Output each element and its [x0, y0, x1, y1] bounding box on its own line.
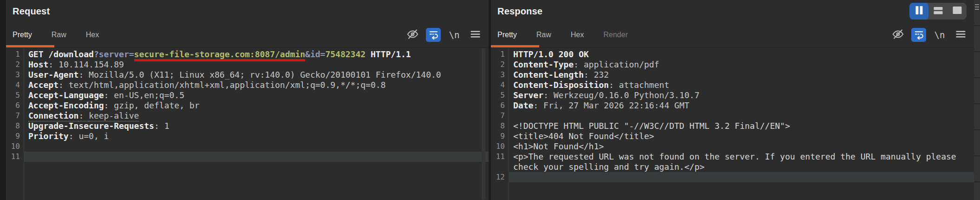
code-row[interactable]: 11	[6, 152, 489, 162]
layout-split-columns-button[interactable]	[909, 3, 928, 20]
hamburger-menu-icon	[955, 28, 967, 42]
code-segment: gzip, deflate, br	[114, 100, 199, 110]
code-line: <h1>Not Found</h1>	[509, 141, 974, 152]
eye-slash-icon	[892, 28, 904, 42]
code-line: <title>404 Not Found</title>	[509, 131, 974, 141]
response-title: Response	[497, 6, 542, 17]
line-number: 5	[6, 90, 24, 100]
code-segment: :	[69, 131, 79, 141]
tab-hex[interactable]: Hex	[571, 31, 584, 39]
code-row[interactable]: 8<!DOCTYPE HTML PUBLIC "-//W3C//DTD HTML…	[491, 121, 974, 131]
code-segment: :	[78, 70, 89, 80]
code-line: HTTP/1.0 200 OK	[509, 49, 974, 60]
code-segment: :	[574, 60, 584, 69]
code-segment: Content-Disposition	[513, 80, 609, 90]
line-number: 9	[6, 131, 24, 141]
code-row[interactable]: 1HTTP/1.0 200 OK	[491, 49, 974, 60]
code-row[interactable]: 8Upgrade-Insecure-Requests: 1	[6, 121, 489, 131]
code-segment: :	[533, 100, 543, 110]
word-wrap-icon	[428, 29, 439, 41]
inspector-collapsed-bar[interactable]	[974, 0, 980, 200]
code-row[interactable]: 1GET /download?server=secure-file-storag…	[6, 49, 489, 60]
code-row[interactable]: 7Connection: keep-alive	[6, 111, 489, 121]
code-row[interactable]: 10	[6, 141, 489, 152]
code-row[interactable]: check your spelling and try again.</p>	[491, 162, 974, 172]
code-row[interactable]: 3Content-Length: 232	[491, 70, 974, 80]
code-segment: Content-Type	[513, 60, 574, 69]
code-row[interactable]: 5Server: Werkzeug/0.16.0 Python/3.10.7	[491, 90, 974, 100]
code-line: Server: Werkzeug/0.16.0 Python/3.10.7	[509, 90, 974, 100]
tab-render[interactable]: Render	[603, 31, 627, 39]
code-line: Accept-Encoding: gzip, deflate, br	[24, 100, 489, 111]
code-segment: 232	[594, 70, 609, 80]
code-row[interactable]: 10<h1>Not Found</h1>	[491, 141, 974, 152]
code-row[interactable]: 6Accept-Encoding: gzip, deflate, br	[6, 100, 489, 111]
http-message-viewer: Request PrettyRawHex	[0, 0, 980, 200]
code-row[interactable]: 9Priority: u=0, i	[6, 131, 489, 141]
code-row[interactable]: 7	[491, 111, 974, 121]
word-wrap-toggle[interactable]	[426, 28, 441, 42]
hide-matches-button[interactable]	[405, 28, 420, 42]
code-segment: :	[59, 80, 69, 90]
hamburger-menu-icon	[470, 28, 481, 42]
request-scrollbar[interactable]	[482, 48, 485, 200]
code-row[interactable]: 4Accept: text/html,application/xhtml+xml…	[6, 80, 489, 90]
code-segment: 75482342	[325, 49, 366, 59]
code-segment: :	[609, 80, 619, 90]
response-editor[interactable]: 1HTTP/1.0 200 OK2Content-Type: applicati…	[491, 47, 974, 200]
code-segment: :	[154, 121, 164, 131]
request-panel: Request PrettyRawHex	[6, 0, 489, 200]
code-line: Content-Type: application/pdf	[509, 60, 974, 70]
editor-menu-button[interactable]	[953, 28, 968, 42]
tab-hex[interactable]: Hex	[86, 31, 99, 39]
newline-toggle[interactable]: \n	[932, 28, 947, 42]
code-segment: :	[584, 70, 594, 80]
tab-raw[interactable]: Raw	[52, 31, 66, 39]
line-number: 6	[491, 100, 509, 111]
code-line	[24, 141, 489, 152]
request-tabs: PrettyRawHex	[13, 31, 118, 39]
code-segment: <title>404 Not Found</title>	[513, 131, 654, 141]
layout-single-pane-button[interactable]	[947, 3, 967, 20]
line-number: 8	[6, 121, 24, 131]
editor-menu-button[interactable]	[468, 28, 483, 42]
code-row[interactable]: 3User-Agent: Mozilla/5.0 (X11; Linux x86…	[6, 70, 489, 80]
code-segment: :	[78, 111, 89, 121]
code-line: Upgrade-Insecure-Requests: 1	[24, 121, 489, 131]
code-row[interactable]: 9<title>404 Not Found</title>	[491, 131, 974, 141]
word-wrap-icon	[914, 29, 924, 41]
layout-split-rows-button[interactable]	[928, 3, 947, 20]
code-line: Priority: u=0, i	[24, 131, 489, 141]
code-line: <p>The requested URL was not found on th…	[509, 152, 974, 162]
tab-pretty[interactable]: Pretty	[497, 31, 517, 39]
hide-matches-button[interactable]	[890, 28, 905, 42]
code-row[interactable]: 5Accept-Language: en-US,en;q=0.5	[6, 90, 489, 100]
newline-toggle[interactable]: \n	[447, 28, 462, 42]
code-line: Connection: keep-alive	[24, 111, 489, 121]
word-wrap-toggle[interactable]	[911, 28, 926, 42]
inspector-grip-icon	[975, 4, 979, 11]
code-row[interactable]: 12	[491, 172, 974, 182]
code-segment: Accept	[28, 80, 59, 90]
request-tabbar: PrettyRawHex	[6, 22, 489, 47]
code-segment: Upgrade-Insecure-Requests	[28, 121, 154, 131]
code-line	[509, 111, 974, 121]
code-segment: Accept-Encoding	[28, 100, 104, 110]
code-line: Host: 10.114.154.89	[24, 60, 489, 70]
request-editor[interactable]: 1GET /download?server=secure-file-storag…	[6, 47, 489, 200]
code-row[interactable]: 2Host: 10.114.154.89	[6, 60, 489, 70]
tab-pretty[interactable]: Pretty	[13, 31, 32, 39]
code-segment: Date	[513, 100, 533, 110]
line-number: 2	[6, 60, 24, 70]
line-number: 1	[6, 49, 24, 60]
response-tabs: PrettyRawHexRender	[497, 31, 647, 39]
tab-raw[interactable]: Raw	[536, 31, 551, 39]
code-row[interactable]: 2Content-Type: application/pdf	[491, 60, 974, 70]
code-row[interactable]: 11<p>The requested URL was not found on …	[491, 152, 974, 162]
code-segment: Accept-Language	[28, 90, 104, 100]
line-number	[491, 162, 509, 172]
code-row[interactable]: 6Date: Fri, 27 Mar 2026 22:16:44 GMT	[491, 100, 974, 111]
code-row[interactable]: 4Content-Disposition: attachment	[491, 80, 974, 90]
code-line: Date: Fri, 27 Mar 2026 22:16:44 GMT	[509, 100, 974, 111]
line-number: 1	[491, 49, 509, 60]
